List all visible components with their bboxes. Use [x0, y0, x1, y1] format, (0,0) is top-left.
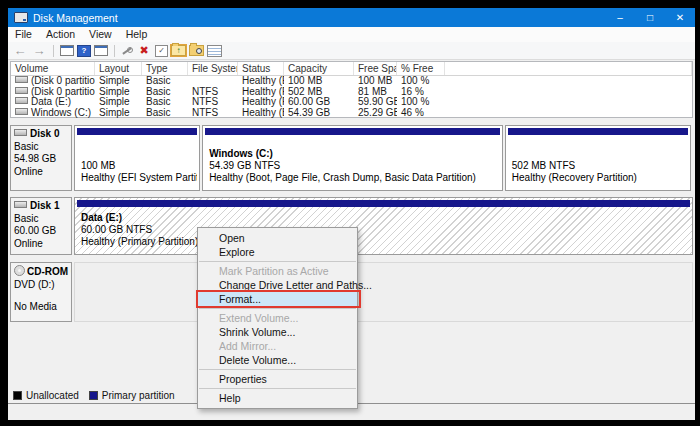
format-annotation-box: [196, 290, 361, 308]
table-cell: Basic: [142, 87, 188, 98]
partition-502-mb-ntfs[interactable]: 502 MB NTFSHealthy (Recovery Partition): [505, 125, 691, 191]
disk-info-line: Basic: [14, 213, 68, 226]
table-cell: (Disk 0 partition 4): [11, 87, 95, 98]
disk-icon: [14, 129, 27, 136]
table-cell: Simple: [95, 97, 142, 108]
table-cell: 502 MB: [284, 87, 354, 98]
partition-windows-c[interactable]: Windows (C:)54.39 GB NTFSHealthy (Boot, …: [202, 125, 503, 191]
table-cell: Data (E:): [11, 97, 95, 108]
context-menu-item-extend-volume: Extend Volume...: [198, 311, 357, 325]
folder-search-icon[interactable]: [189, 45, 204, 56]
volume-row[interactable]: (Disk 0 partition 1)SimpleBasicHealthy (…: [11, 76, 692, 87]
disk-info-line: Online: [14, 238, 68, 251]
partition-status: Healthy (EFI System Partition): [81, 172, 193, 184]
column-header-type[interactable]: Type: [142, 62, 188, 75]
menu-help[interactable]: Help: [119, 27, 155, 42]
delete-volume-icon[interactable]: ✖: [136, 44, 152, 58]
wrench-icon[interactable]: [121, 46, 133, 56]
column-header-layout[interactable]: Layout: [95, 62, 142, 75]
volume-table-header: VolumeLayoutTypeFile SystemStatusCapacit…: [11, 62, 692, 76]
table-cell: NTFS: [188, 97, 238, 108]
disk-0-row: Disk 0Basic54.98 GBOnline100 MBHealthy (…: [10, 125, 693, 191]
cdrom-type: DVD (D:): [14, 279, 68, 292]
column-header-capacity[interactable]: Capacity: [284, 62, 354, 75]
cdrom-label[interactable]: CD-ROM 0DVD (D:)No Media: [10, 262, 72, 322]
context-menu-item-properties[interactable]: Properties: [198, 372, 357, 386]
disk-info-line: Basic: [14, 141, 68, 154]
context-menu-item-explore[interactable]: Explore: [198, 245, 357, 259]
table-cell: Healthy (B...: [238, 108, 284, 119]
context-menu-item-format[interactable]: Format...: [198, 292, 357, 306]
disk-0-label[interactable]: Disk 0Basic54.98 GBOnline: [10, 125, 72, 191]
context-menu-item-change-drive-letter-and-paths[interactable]: Change Drive Letter and Paths...: [198, 278, 357, 292]
menu-bar: FileActionViewHelp: [8, 27, 695, 43]
forward-icon[interactable]: →: [31, 44, 47, 58]
disk-name: Disk 1: [14, 200, 59, 211]
context-menu-item-add-mirror: Add Mirror...: [198, 339, 357, 353]
cdrom-name: CD-ROM 0: [14, 266, 72, 277]
partition-size: 60.00 GB NTFS: [81, 224, 686, 236]
column-header-volume[interactable]: Volume: [11, 62, 95, 75]
context-menu-item-open[interactable]: Open: [198, 231, 357, 245]
check-document-icon[interactable]: ✓: [155, 45, 168, 57]
screenshot-frame: { "colors": { "titlebar": "#0b79d7", "pa…: [0, 0, 700, 426]
table-cell: NTFS: [188, 108, 238, 119]
table-cell: Healthy (E...: [238, 76, 284, 87]
partition-status: Healthy (Primary Partition): [81, 236, 686, 248]
legend-swatch: [89, 391, 98, 400]
disk-info-line: 60.00 GB: [14, 225, 68, 238]
minimize-button[interactable]: –: [605, 8, 635, 27]
folder-up-icon[interactable]: ↑: [171, 45, 186, 56]
partition-size: 502 MB NTFS: [512, 160, 684, 172]
legend-primary-partition: Primary partition: [89, 390, 175, 401]
export-list-icon[interactable]: [94, 45, 108, 56]
title-bar[interactable]: Disk Management – □ ✕: [8, 8, 695, 27]
maximize-button[interactable]: □: [635, 8, 665, 27]
context-menu-item-delete-volume[interactable]: Delete Volume...: [198, 353, 357, 367]
console-window-icon[interactable]: [60, 45, 74, 56]
partition-text: 502 MB NTFSHealthy (Recovery Partition): [508, 158, 688, 188]
cd-disc-icon: [14, 265, 25, 276]
partition-data-e[interactable]: Data (E:)60.00 GB NTFSHealthy (Primary P…: [74, 197, 693, 255]
column-header-free-spa[interactable]: Free Spa...: [354, 62, 397, 75]
disk-management-window: Disk Management – □ ✕ FileActionViewHelp…: [8, 8, 695, 420]
disk-1-label[interactable]: Disk 1Basic60.00 GBOnline: [10, 197, 72, 255]
cdrom-status: No Media: [14, 301, 68, 314]
context-menu: OpenExploreMark Partition as ActiveChang…: [197, 227, 358, 409]
column-header-file-system[interactable]: File System: [188, 62, 238, 75]
volume-icon: [15, 76, 28, 83]
partition-status: Healthy (Boot, Page File, Crash Dump, Ba…: [209, 172, 496, 184]
volume-row[interactable]: Windows (C:)SimpleBasicNTFSHealthy (B...…: [11, 108, 692, 119]
context-menu-item-shrink-volume[interactable]: Shrink Volume...: [198, 325, 357, 339]
context-menu-item-help[interactable]: Help: [198, 391, 357, 405]
close-button[interactable]: ✕: [665, 8, 695, 27]
context-menu-separator: [199, 308, 356, 309]
help-icon[interactable]: ?: [77, 45, 91, 57]
partition-name-line: Data (E:): [81, 212, 686, 224]
partition-text: 100 MBHealthy (EFI System Partition): [77, 158, 197, 188]
table-cell: (Disk 0 partition 1): [11, 76, 95, 87]
table-cell: NTFS: [188, 87, 238, 98]
back-icon[interactable]: ←: [12, 44, 28, 58]
table-cell: 100 MB: [284, 76, 354, 87]
column-header-status[interactable]: Status: [238, 62, 284, 75]
table-cell: 59.90 GB: [354, 97, 397, 108]
volume-row[interactable]: Data (E:)SimpleBasicNTFSHealthy (P...60.…: [11, 97, 692, 108]
legend-swatch: [13, 391, 22, 400]
table-cell: Basic: [142, 108, 188, 119]
partition-100-mb[interactable]: 100 MBHealthy (EFI System Partition): [74, 125, 200, 191]
table-cell: Healthy (R...: [238, 87, 284, 98]
table-cell: Simple: [95, 108, 142, 119]
volume-row[interactable]: (Disk 0 partition 4)SimpleBasicNTFSHealt…: [11, 87, 692, 98]
table-cell: 60.00 GB: [284, 97, 354, 108]
column-header-free[interactable]: % Free: [397, 62, 445, 75]
menu-file[interactable]: File: [8, 27, 39, 42]
details-list-icon[interactable]: [207, 45, 222, 57]
app-icon: [14, 12, 28, 23]
partition-status: Healthy (Recovery Partition): [512, 172, 684, 184]
partition-strip: [508, 128, 688, 135]
menu-action[interactable]: Action: [39, 27, 82, 42]
table-cell: 16 %: [397, 87, 445, 98]
table-cell: 100 %: [397, 76, 445, 87]
menu-view[interactable]: View: [82, 27, 119, 42]
